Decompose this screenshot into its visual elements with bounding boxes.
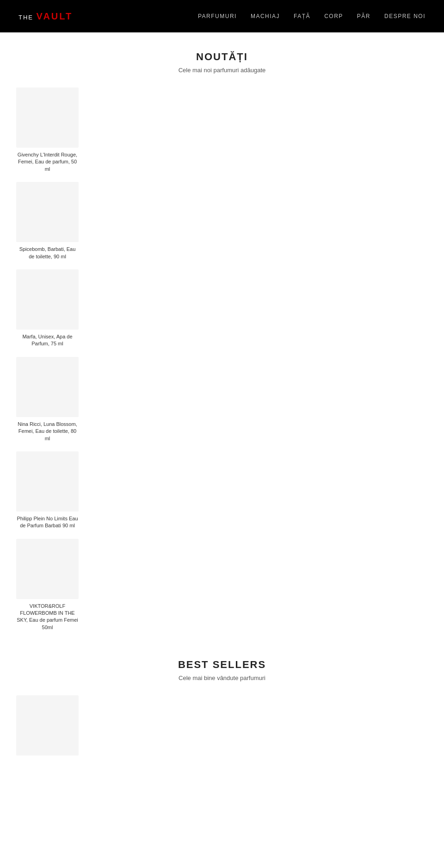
site-logo[interactable]: THE VAULT — [18, 11, 73, 22]
product-name: Marfa, Unisex, Apa de Parfum, 75 ml — [16, 333, 79, 348]
best-sellers-section: BEST SELLERS Cele mai bine vândute parfu… — [14, 659, 430, 759]
logo-vault: VAULT — [37, 11, 73, 21]
best-sellers-title: BEST SELLERS — [14, 659, 430, 671]
product-card[interactable]: VIKTOR&ROLF FLOWERBOMB IN THE SKY, Eau d… — [16, 539, 79, 631]
noutati-heading: NOUTĂȚI Cele mai noi parfumuri adăugate — [14, 51, 430, 74]
best-sellers-heading: BEST SELLERS Cele mai bine vândute parfu… — [14, 659, 430, 681]
main-nav: PARFUMURI MACHIAJ FAȚĂ CORP PĂR DESPRE N… — [198, 13, 426, 19]
best-sellers-subtitle: Cele mai bine vândute parfumuri — [14, 674, 430, 681]
product-image — [16, 182, 79, 242]
product-card[interactable]: Spicebomb, Barbati, Eau de toilette, 90 … — [16, 182, 79, 260]
product-name: Givenchy L'Interdit Rouge, Femei, Eau de… — [16, 151, 79, 173]
product-image — [16, 451, 79, 512]
noutati-subtitle: Cele mai noi parfumuri adăugate — [14, 67, 430, 74]
best-sellers-product-grid — [14, 695, 430, 759]
nav-machiaj[interactable]: MACHIAJ — [251, 13, 280, 19]
nav-corp[interactable]: CORP — [324, 13, 343, 19]
main-content: NOUTĂȚI Cele mai noi parfumuri adăugate … — [0, 32, 444, 778]
nav-despre-noi[interactable]: DESPRE NOI — [384, 13, 426, 19]
product-image — [16, 695, 79, 756]
product-image — [16, 269, 79, 330]
site-header: THE VAULT PARFUMURI MACHIAJ FAȚĂ CORP PĂ… — [0, 0, 444, 32]
product-card[interactable]: Marfa, Unisex, Apa de Parfum, 75 ml — [16, 269, 79, 348]
nav-parfumuri[interactable]: PARFUMURI — [198, 13, 237, 19]
noutati-product-grid: Givenchy L'Interdit Rouge, Femei, Eau de… — [14, 87, 430, 631]
product-name: VIKTOR&ROLF FLOWERBOMB IN THE SKY, Eau d… — [16, 603, 79, 631]
nav-fata[interactable]: FAȚĂ — [294, 13, 310, 19]
product-name: Philipp Plein No Limits Eau de Parfum Ba… — [16, 515, 79, 530]
nav-par[interactable]: PĂR — [357, 13, 370, 19]
product-image — [16, 539, 79, 599]
logo-the: THE — [18, 14, 33, 21]
product-card[interactable]: Nina Ricci, Luna Blossom, Femei, Eau de … — [16, 357, 79, 442]
noutati-title: NOUTĂȚI — [14, 51, 430, 63]
product-card[interactable]: Givenchy L'Interdit Rouge, Femei, Eau de… — [16, 87, 79, 173]
product-card[interactable]: Philipp Plein No Limits Eau de Parfum Ba… — [16, 451, 79, 530]
product-image — [16, 87, 79, 148]
product-card[interactable] — [16, 695, 79, 759]
product-image — [16, 357, 79, 417]
product-name: Nina Ricci, Luna Blossom, Femei, Eau de … — [16, 421, 79, 442]
noutati-section: NOUTĂȚI Cele mai noi parfumuri adăugate … — [14, 51, 430, 631]
product-name: Spicebomb, Barbati, Eau de toilette, 90 … — [16, 246, 79, 260]
